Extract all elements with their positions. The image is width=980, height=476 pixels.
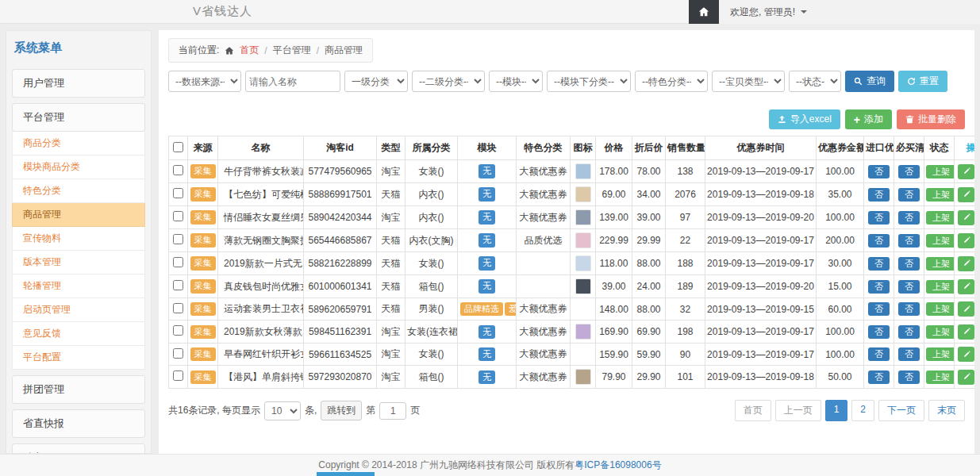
- jump-button[interactable]: 跳转到: [321, 401, 362, 420]
- status-button[interactable]: 上架: [926, 302, 955, 316]
- import-select-toggle[interactable]: 否: [868, 370, 890, 384]
- edit-button[interactable]: [958, 210, 974, 225]
- batch-delete-button[interactable]: 批量删除: [897, 109, 965, 129]
- sidebar-sub-item[interactable]: 模块商品分类: [12, 155, 145, 179]
- page-button[interactable]: 首页: [735, 400, 771, 421]
- row-checkbox[interactable]: [173, 348, 183, 359]
- sidebar-group-item[interactable]: 用户管理: [12, 69, 145, 98]
- product-name: 真皮钱包时尚优雅女士...: [218, 275, 304, 298]
- sidebar-group-item[interactable]: 平台管理: [12, 103, 145, 132]
- import-select-toggle[interactable]: 否: [868, 325, 890, 339]
- must-buy-toggle[interactable]: 否: [898, 188, 920, 202]
- row-checkbox[interactable]: [173, 257, 183, 267]
- status-button[interactable]: 上架: [926, 280, 955, 294]
- import-excel-button[interactable]: 导入excel: [769, 109, 840, 129]
- must-buy-toggle[interactable]: 否: [898, 280, 920, 294]
- sidebar-sub-item[interactable]: 版本管理: [12, 251, 145, 274]
- row-checkbox[interactable]: [173, 325, 183, 336]
- sidebar-sub-item[interactable]: 启动页管理: [12, 298, 145, 322]
- per-page-select[interactable]: 10: [264, 401, 301, 420]
- must-buy-toggle[interactable]: 否: [898, 257, 920, 271]
- must-buy-toggle[interactable]: 否: [898, 165, 920, 178]
- filter-select[interactable]: --状态--: [789, 71, 841, 92]
- filter-select[interactable]: --模块--: [489, 71, 543, 92]
- edit-button[interactable]: [958, 187, 974, 202]
- filter-select[interactable]: --数据来源--: [168, 71, 241, 92]
- must-buy-toggle[interactable]: 否: [898, 347, 920, 361]
- user-menu[interactable]: 欢迎您, 管理员!: [719, 0, 818, 24]
- row-checkbox[interactable]: [173, 370, 183, 381]
- import-select-toggle[interactable]: 否: [868, 211, 890, 225]
- row-checkbox[interactable]: [173, 303, 183, 313]
- import-select-toggle[interactable]: 否: [868, 165, 890, 178]
- home-button[interactable]: [689, 0, 719, 24]
- sidebar-group-item[interactable]: 省直快报: [12, 409, 145, 438]
- search-button[interactable]: 查询: [845, 71, 894, 92]
- status-button[interactable]: 上架: [926, 165, 955, 178]
- status-button[interactable]: 上架: [926, 188, 955, 202]
- must-buy-toggle[interactable]: 否: [898, 234, 920, 248]
- filter-select[interactable]: --特色分类--: [635, 71, 708, 92]
- edit-button[interactable]: [958, 324, 974, 340]
- edit-button[interactable]: [958, 370, 974, 385]
- filter-select[interactable]: --二级分类--: [412, 71, 485, 92]
- must-buy-toggle[interactable]: 否: [898, 370, 920, 384]
- sidebar-sub-item[interactable]: 商品分类: [12, 132, 145, 155]
- sales-count: 188: [666, 252, 705, 275]
- filter-select[interactable]: --模块下分类--: [547, 71, 631, 92]
- page-button[interactable]: 1: [825, 400, 848, 421]
- name-search-input[interactable]: [245, 71, 340, 92]
- page-button[interactable]: 下一页: [878, 400, 924, 421]
- sidebar-group-item[interactable]: 消息管理: [12, 443, 145, 454]
- sidebar-sub-item[interactable]: 意见反馈: [12, 322, 145, 346]
- must-buy-toggle[interactable]: 否: [898, 302, 920, 316]
- page-button[interactable]: 上一页: [775, 400, 821, 421]
- page-button[interactable]: 2: [851, 400, 874, 421]
- edit-button[interactable]: [958, 256, 974, 271]
- breadcrumb-home-link[interactable]: 首页: [240, 44, 259, 57]
- filter-select[interactable]: --宝贝类型--: [712, 71, 785, 92]
- select-all-checkbox[interactable]: [173, 142, 183, 152]
- status-button[interactable]: 上架: [926, 370, 955, 384]
- coupon-amount: 15.00: [817, 275, 864, 298]
- page-number-input[interactable]: [379, 402, 406, 420]
- row-checkbox[interactable]: [173, 165, 183, 175]
- pencil-icon: [963, 259, 970, 267]
- reset-button[interactable]: 重置: [898, 71, 947, 92]
- import-select-toggle[interactable]: 否: [868, 347, 890, 361]
- sidebar-sub-item[interactable]: 宣传物料: [12, 227, 145, 251]
- page-button[interactable]: 末页: [928, 400, 965, 421]
- edit-button[interactable]: [958, 279, 974, 294]
- sidebar-sub-item[interactable]: 平台配置: [12, 346, 145, 370]
- import-select-toggle[interactable]: 否: [868, 234, 890, 248]
- import-select-toggle[interactable]: 否: [868, 280, 890, 294]
- breadcrumb-platform-link[interactable]: 平台管理: [273, 44, 311, 57]
- status-button[interactable]: 上架: [926, 234, 955, 248]
- footer: Copyright © 2014-2018 广州九驰网络科技有限公司 版权所有粤…: [0, 454, 980, 476]
- edit-button[interactable]: [958, 301, 974, 317]
- icp-link[interactable]: 粤ICP备16098006号: [575, 459, 661, 472]
- sidebar-sub-item[interactable]: 特色分类: [12, 179, 145, 203]
- must-buy-toggle[interactable]: 否: [898, 211, 920, 225]
- status-button[interactable]: 上架: [926, 257, 955, 271]
- sidebar-sub-item[interactable]: 轮播管理: [12, 274, 145, 298]
- edit-button[interactable]: [958, 233, 974, 248]
- import-select-toggle[interactable]: 否: [868, 257, 890, 271]
- breadcrumb-separator: /: [317, 45, 319, 56]
- row-checkbox[interactable]: [173, 280, 183, 290]
- edit-button[interactable]: [958, 164, 974, 179]
- status-button[interactable]: 上架: [926, 347, 955, 361]
- edit-button[interactable]: [958, 347, 974, 362]
- row-checkbox[interactable]: [173, 188, 183, 198]
- sidebar-group-item[interactable]: 拼团管理: [12, 375, 145, 404]
- must-buy-toggle[interactable]: 否: [898, 325, 920, 339]
- row-checkbox[interactable]: [173, 211, 183, 221]
- status-button[interactable]: 上架: [926, 211, 955, 225]
- import-select-toggle[interactable]: 否: [868, 188, 890, 202]
- add-button[interactable]: + 添加: [845, 109, 892, 129]
- filter-select[interactable]: 一级分类: [344, 71, 408, 92]
- sidebar-sub-item[interactable]: 商品管理: [12, 203, 145, 227]
- import-select-toggle[interactable]: 否: [868, 302, 890, 316]
- status-button[interactable]: 上架: [926, 325, 955, 339]
- row-checkbox[interactable]: [173, 234, 183, 244]
